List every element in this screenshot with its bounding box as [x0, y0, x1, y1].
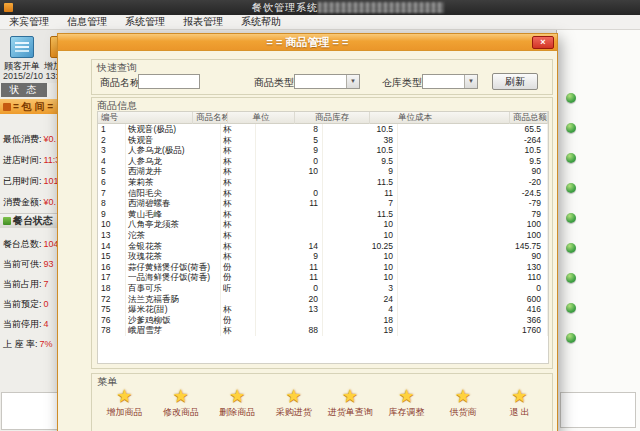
table-row[interactable]: 75 爆米花(甜) 杯 13 4 416 [98, 304, 548, 315]
menu-button-label: 增加商品 [98, 406, 151, 419]
table-row[interactable]: 5 西湖龙井 杯 10 9 90 [98, 166, 548, 177]
cell-unit: 杯 [221, 124, 256, 135]
cell-name: 爆米花(甜) [126, 304, 221, 315]
cell-name: 人参乌龙 [126, 156, 221, 167]
menu-action-button[interactable]: ★ 退 出 [493, 386, 546, 419]
list-item[interactable] [566, 183, 576, 213]
table-row[interactable]: 13 沱茶 杯 10 100 [98, 230, 548, 241]
stat-value: ¥0. [44, 197, 57, 207]
chevron-down-icon: ▼ [464, 75, 477, 88]
menu-action-button[interactable]: ★ 删除商品 [211, 386, 264, 419]
cell-unit: 杯 [221, 251, 256, 262]
product-type-select[interactable]: ▼ [294, 74, 360, 89]
list-item[interactable] [566, 93, 576, 123]
cell-id: 5 [98, 166, 126, 177]
menu-action-button[interactable]: ★ 供货商 [437, 386, 490, 419]
column-header[interactable]: 单位成本 [370, 112, 510, 124]
cell-unit-cost: 19 [323, 325, 398, 336]
table-row[interactable]: 1 铁观音(极品) 杯 8 10.5 65.5 [98, 124, 548, 135]
table-row[interactable]: 7 信阳毛尖 杯 0 11 -24.5 [98, 188, 548, 199]
menu-action-button[interactable]: ★ 进货单查询 [324, 386, 377, 419]
table-row[interactable]: 10 八角亭龙须茶 杯 10 100 [98, 219, 548, 230]
app-window: 餐饮管理系统 来宾管理 信息管理 系统管理 报表管理 系统帮助 顾客开单 + 增… [0, 0, 640, 431]
table-row[interactable]: 2 铁观音 杯 5 38 -264 [98, 135, 548, 146]
toolbar-open-bill-button[interactable]: 顾客开单 [2, 36, 42, 73]
table-row[interactable]: 6 茉莉茶 杯 11.5 -20 [98, 177, 548, 188]
cell-unit-cost: 11.5 [323, 177, 398, 188]
cell-total: 145.75 [398, 241, 548, 252]
window-titlebar[interactable]: 餐饮管理系统 [0, 0, 640, 15]
table-row[interactable]: 3 人参乌龙(极品) 杯 9 10.5 10.5 [98, 145, 548, 156]
product-management-dialog: = = 商品管理 = = × 快速查询 商品名称: 商品类型: ▼ 仓库类型: [57, 33, 558, 431]
cell-unit-cost: 24 [323, 294, 398, 305]
dialog-titlebar[interactable]: = = 商品管理 = = × [58, 34, 557, 51]
cell-unit [221, 294, 256, 305]
datetime-text: 2015/2/10 13: [3, 71, 58, 81]
menu-item[interactable]: 来宾管理 [0, 15, 58, 29]
refresh-button[interactable]: 刷新 [492, 73, 538, 90]
menu-item[interactable]: 信息管理 [58, 15, 116, 29]
menu-item[interactable]: 系统帮助 [232, 15, 290, 29]
column-header[interactable]: 编号 [98, 112, 193, 124]
stat-label: 上 座 率: [3, 339, 38, 349]
cell-stock: 11 [256, 272, 323, 283]
cell-stock: 14 [256, 241, 323, 252]
table-row[interactable]: 78 峨眉雪芽 杯 88 19 1760 [98, 325, 548, 336]
table-row[interactable]: 17 一品海鲜煲仔饭(荷香) 份 11 10 110 [98, 272, 548, 283]
menu-action-button[interactable]: ★ 库存调整 [380, 386, 433, 419]
stat-label: 当前可供: [3, 259, 42, 269]
chevron-down-icon: ▼ [346, 75, 359, 88]
warehouse-type-select[interactable]: ▼ [422, 74, 478, 89]
cell-unit: 杯 [221, 325, 256, 336]
list-item[interactable] [566, 303, 576, 333]
menu-button-label: 退 出 [493, 406, 546, 419]
menu-item[interactable]: 报表管理 [174, 15, 232, 29]
table-row[interactable]: 4 人参乌龙 杯 0 9.5 9.5 [98, 156, 548, 167]
menu-action-button[interactable]: ★ 采购进货 [267, 386, 320, 419]
menu-action-button[interactable]: ★ 修改商品 [154, 386, 207, 419]
table-row[interactable]: 8 西湖碧螺春 杯 11 7 -79 [98, 198, 548, 209]
tab-status[interactable]: 状 态 [1, 83, 47, 97]
cell-total: 0 [398, 283, 548, 294]
table-row[interactable]: 76 沙爹鸡柳饭 份 18 366 [98, 315, 548, 326]
menu-action-button[interactable]: ★ 增加商品 [98, 386, 151, 419]
table-row[interactable]: 18 百事可乐 听 0 3 0 [98, 283, 548, 294]
cell-id: 78 [98, 325, 126, 336]
status-dot-icon [566, 303, 576, 313]
cell-stock: 0 [256, 188, 323, 199]
cell-id: 4 [98, 156, 126, 167]
list-item[interactable] [566, 213, 576, 243]
product-name-input[interactable] [138, 74, 200, 89]
list-item[interactable] [566, 153, 576, 183]
list-item[interactable] [566, 123, 576, 153]
table-row[interactable]: 15 玫瑰花茶 杯 9 10 90 [98, 251, 548, 262]
menu-button-label: 库存调整 [380, 406, 433, 419]
cell-total: 10.5 [398, 145, 548, 156]
close-button[interactable]: × [532, 36, 554, 49]
cell-total: 9.5 [398, 156, 548, 167]
table-row[interactable]: 72 法兰克福香肠 20 24 600 [98, 294, 548, 305]
cell-unit-cost: 10 [323, 219, 398, 230]
list-item[interactable] [566, 273, 576, 303]
workspace: 顾客开单 + 增加消费 2015/2/10 13: 状 态 = 包 间 = 最低… [0, 30, 640, 431]
column-header[interactable]: 单位 [228, 112, 295, 124]
cell-total: -264 [398, 135, 548, 146]
table-row[interactable]: 9 黄山毛峰 杯 11.5 79 [98, 209, 548, 220]
list-item[interactable] [566, 333, 576, 363]
menu-item[interactable]: 系统管理 [116, 15, 174, 29]
cell-id: 6 [98, 177, 126, 188]
column-header[interactable]: 商品库存 [295, 112, 370, 124]
list-item[interactable] [566, 243, 576, 273]
table-row[interactable]: 14 金银花茶 杯 14 10.25 145.75 [98, 241, 548, 252]
cell-unit: 杯 [221, 145, 256, 156]
table-row[interactable]: 16 蒜仔黄鳝煲仔饭(荷香) 份 11 10 130 [98, 262, 548, 273]
cell-stock [256, 219, 323, 230]
cell-total: 79 [398, 209, 548, 220]
column-header[interactable]: 商品名称 [193, 112, 228, 124]
menu-button-label: 采购进货 [267, 406, 320, 419]
cell-name: 西湖碧螺春 [126, 198, 221, 209]
cell-total: -20 [398, 177, 548, 188]
menu-button-label: 删除商品 [211, 406, 264, 419]
cell-name: 百事可乐 [126, 283, 221, 294]
column-header[interactable]: 商品总额 [510, 112, 548, 124]
